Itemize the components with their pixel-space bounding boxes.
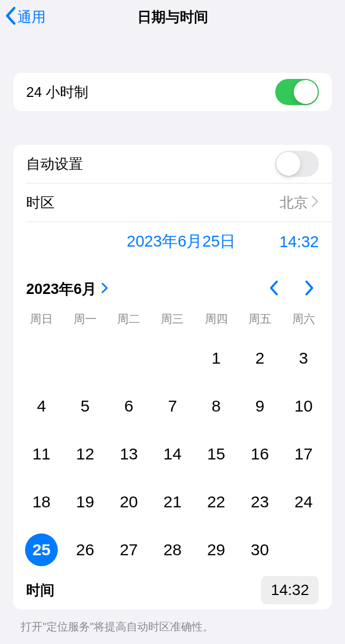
day-button[interactable]: 20: [112, 486, 145, 518]
weekday-label: 周四: [195, 311, 238, 327]
day-cell-empty: [20, 342, 63, 375]
day-cell: 24: [282, 486, 325, 518]
next-month-button[interactable]: [300, 277, 319, 301]
day-button[interactable]: 21: [156, 486, 189, 518]
day-cell: 25: [20, 533, 63, 566]
day-cell: 21: [150, 486, 194, 518]
day-button[interactable]: 17: [287, 438, 320, 470]
day-cell: 27: [107, 533, 150, 566]
day-button[interactable]: 8: [200, 390, 233, 422]
auto-set-row: 自动设置: [13, 145, 332, 183]
day-cell-empty: [107, 342, 150, 375]
page-title: 日期与时间: [137, 8, 208, 27]
weekday-label: 周二: [107, 311, 150, 327]
day-button[interactable]: 10: [287, 390, 320, 422]
selected-time-display[interactable]: 14:32: [279, 233, 319, 251]
day-button[interactable]: 27: [112, 533, 145, 566]
day-button[interactable]: 15: [200, 438, 233, 470]
selected-date-display[interactable]: 2023年6月25日: [127, 231, 236, 253]
toggle-knob: [276, 152, 300, 176]
weekday-label: 周六: [282, 311, 325, 327]
day-cell: 11: [20, 438, 63, 470]
day-button[interactable]: 5: [69, 390, 101, 422]
back-button[interactable]: 通用: [0, 7, 46, 27]
weekday-label: 周五: [238, 311, 282, 327]
day-cell: 17: [282, 438, 325, 470]
day-cell: 12: [63, 438, 107, 470]
day-cell: 4: [20, 390, 63, 422]
day-button[interactable]: 23: [244, 486, 276, 518]
day-cell: 1: [195, 342, 238, 375]
day-cell: 20: [107, 486, 150, 518]
month-nav: 2023年6月: [13, 273, 332, 305]
day-button[interactable]: 13: [112, 438, 145, 470]
day-button[interactable]: 1: [200, 342, 233, 375]
day-button[interactable]: 22: [200, 486, 233, 518]
timezone-row[interactable]: 时区 北京: [13, 183, 332, 222]
day-cell-empty: [63, 342, 107, 375]
day-button[interactable]: 29: [200, 533, 233, 566]
timezone-value: 北京: [280, 193, 308, 212]
day-button[interactable]: 4: [25, 390, 58, 422]
day-button[interactable]: 25: [25, 533, 58, 566]
day-button[interactable]: 7: [156, 390, 189, 422]
weekday-label: 周一: [63, 311, 107, 327]
day-button[interactable]: 16: [244, 438, 276, 470]
weekday-label: 周三: [150, 311, 194, 327]
chevron-right-icon: [311, 195, 319, 210]
footer-note: 打开"定位服务"将提高自动时区准确性。: [0, 614, 345, 634]
calendar-grid: 1234567891011121314151617181920212223242…: [13, 342, 332, 566]
day-button[interactable]: 14: [156, 438, 189, 470]
day-button[interactable]: 26: [69, 533, 101, 566]
month-label[interactable]: 2023年6月: [26, 279, 96, 299]
day-button[interactable]: 2: [244, 342, 276, 375]
day-button[interactable]: 24: [287, 486, 320, 518]
date-time-display: 2023年6月25日 14:32: [13, 222, 332, 261]
prev-month-button[interactable]: [264, 277, 283, 301]
settings-group-1: 24 小时制: [13, 73, 332, 111]
day-cell: 3: [282, 342, 325, 375]
day-cell: 26: [63, 533, 107, 566]
day-cell: 22: [195, 486, 238, 518]
day-cell: 18: [20, 486, 63, 518]
settings-group-2: 自动设置 时区 北京 2023年6月25日 14:32 2023年6月 周日周一…: [13, 145, 332, 610]
time-row: 时间 14:32: [13, 571, 332, 610]
day-button[interactable]: 19: [69, 486, 101, 518]
day-cell: 10: [282, 390, 325, 422]
day-cell: 8: [195, 390, 238, 422]
time-picker-button[interactable]: 14:32: [261, 576, 319, 604]
day-cell: 29: [195, 533, 238, 566]
day-cell: 6: [107, 390, 150, 422]
day-cell: 14: [150, 438, 194, 470]
day-button[interactable]: 28: [156, 533, 189, 566]
day-cell: 19: [63, 486, 107, 518]
chevron-left-icon: [4, 7, 16, 27]
day-cell: 28: [150, 533, 194, 566]
day-button[interactable]: 9: [244, 390, 276, 422]
day-cell: 13: [107, 438, 150, 470]
timezone-label: 时区: [26, 193, 280, 212]
day-button[interactable]: 3: [287, 342, 320, 375]
day-button[interactable]: 12: [69, 438, 101, 470]
twenty-four-hour-toggle[interactable]: [275, 79, 319, 105]
toggle-knob: [294, 80, 318, 104]
day-button[interactable]: 18: [25, 486, 58, 518]
day-cell: 16: [238, 438, 282, 470]
twenty-four-hour-row: 24 小时制: [13, 73, 332, 111]
day-cell: 15: [195, 438, 238, 470]
weekday-row: 周日周一周二周三周四周五周六: [13, 311, 332, 327]
day-button[interactable]: 6: [112, 390, 145, 422]
day-cell: 2: [238, 342, 282, 375]
day-cell: 23: [238, 486, 282, 518]
chevron-right-icon: [101, 283, 108, 296]
weekday-label: 周日: [20, 311, 63, 327]
day-cell: 30: [238, 533, 282, 566]
twenty-four-hour-label: 24 小时制: [26, 83, 275, 102]
day-button[interactable]: 30: [244, 533, 276, 566]
auto-set-toggle[interactable]: [275, 151, 319, 177]
day-button[interactable]: 11: [25, 438, 58, 470]
time-label: 时间: [26, 581, 261, 600]
header: 通用 日期与时间: [0, 0, 345, 34]
back-label: 通用: [17, 8, 46, 27]
day-cell: 5: [63, 390, 107, 422]
